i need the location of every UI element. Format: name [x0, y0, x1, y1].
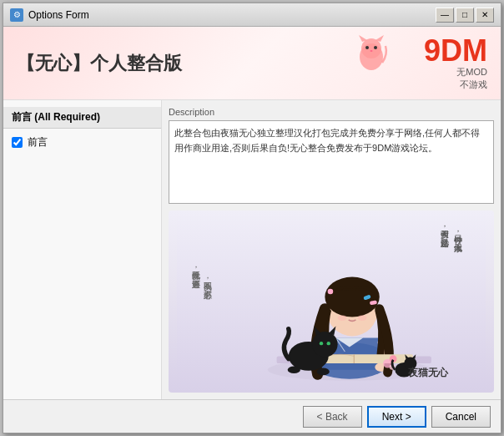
minimize-button[interactable]: —	[436, 8, 454, 23]
titlebar: ⚙ Options Form — □ ✕	[3, 3, 501, 27]
svg-point-30	[317, 368, 330, 376]
svg-point-28	[327, 342, 330, 345]
logo-area: 9DM 无MOD 不游戏	[424, 36, 487, 91]
checkbox-preface[interactable]: 前言	[3, 132, 161, 153]
right-panel: Description 此整合包由夜猫无心独立整理汉化打包完成并免费分享于网络,…	[162, 100, 501, 399]
logo-9dm: 9DM	[424, 36, 487, 66]
svg-point-16	[328, 289, 334, 295]
illustration-area: 既然无缘，何必重逢。 既不回头，何必不忘。 明天何夕，爱已远路。 今日钟神，似水…	[169, 210, 494, 393]
cancel-button[interactable]: Cancel	[431, 406, 491, 428]
window-title: Options Form	[28, 9, 436, 21]
svg-point-29	[288, 366, 300, 373]
svg-point-24	[312, 332, 338, 357]
window-icon: ⚙	[10, 8, 23, 22]
svg-point-19	[338, 315, 347, 321]
description-label: Description	[169, 107, 494, 117]
header-banner: 【无心】个人整合版 9DM 无MOD 不游戏	[3, 27, 501, 100]
logo-sub1: 无MOD	[456, 66, 487, 79]
description-box[interactable]: 此整合包由夜猫无心独立整理汉化打包完成并免费分享于网络,任何人都不得用作商业用途…	[169, 120, 494, 204]
cat-decoration	[350, 33, 392, 79]
left-panel: 前言 (All Required) 前言	[3, 100, 162, 399]
header-title: 【无心】个人整合版	[17, 51, 182, 76]
svg-point-6	[370, 50, 373, 52]
preface-checkbox[interactable]	[12, 137, 23, 148]
logo-sub2: 不游戏	[460, 79, 487, 91]
section-header: 前言 (All Required)	[3, 107, 161, 129]
titlebar-buttons: — □ ✕	[436, 8, 494, 23]
svg-point-27	[320, 342, 323, 345]
description-text: 此整合包由夜猫无心独立整理汉化打包完成并免费分享于网络,任何人都不得用作商业用途…	[174, 128, 480, 153]
back-button[interactable]: < Back	[303, 406, 362, 428]
svg-point-1	[361, 38, 381, 58]
options-window: ⚙ Options Form — □ ✕ 【无心】个人整合版	[3, 3, 501, 433]
svg-text:夜猫无心: 夜猫无心	[407, 367, 449, 378]
svg-point-15	[325, 277, 379, 317]
illustration-background: 既然无缘，何必重逢。 既不回头，何必不忘。 明天何夕，爱已远路。 今日钟神，似水…	[169, 210, 494, 393]
close-button[interactable]: ✕	[476, 8, 494, 23]
svg-point-20	[358, 315, 367, 321]
svg-point-4	[365, 46, 369, 49]
content-area: 前言 (All Required) 前言 Description 此整合包由夜猫…	[3, 100, 501, 399]
maximize-button[interactable]: □	[456, 8, 474, 23]
next-button[interactable]: Next >	[367, 406, 426, 428]
footer: < Back Next > Cancel	[3, 399, 501, 433]
svg-point-5	[374, 46, 377, 49]
